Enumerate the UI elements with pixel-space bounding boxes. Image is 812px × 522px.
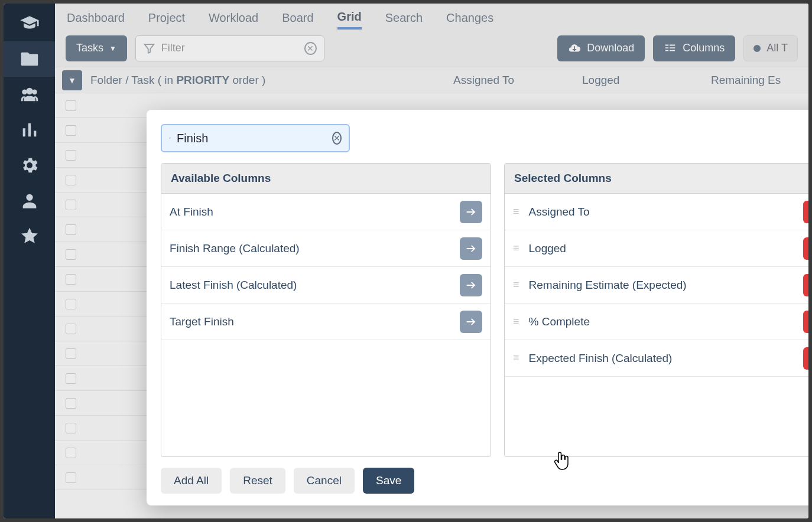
column-label: Target Finish <box>170 315 452 328</box>
drag-handle-icon[interactable]: ≡ <box>513 315 521 328</box>
tab-grid[interactable]: Grid <box>337 4 362 30</box>
add-column-button[interactable] <box>460 274 482 296</box>
col-logged[interactable]: Logged <box>574 74 703 87</box>
columns-button[interactable]: Columns <box>653 35 735 61</box>
column-label: Assigned To <box>529 205 795 218</box>
folder-icon <box>20 49 40 69</box>
arrow-left-icon <box>808 242 808 255</box>
drag-handle-icon[interactable]: ≡ <box>513 205 521 218</box>
column-search-input[interactable] <box>177 132 326 145</box>
app-frame: Dashboard Project Workload Board Grid Se… <box>4 4 808 518</box>
col-remaining[interactable]: Remaining Es <box>703 74 808 87</box>
row-checkbox[interactable] <box>66 125 76 136</box>
caret-down-icon: ▼ <box>109 44 116 53</box>
status-filter[interactable]: All T <box>743 35 798 61</box>
remove-column-button[interactable] <box>803 237 808 260</box>
sidebar-item-user[interactable] <box>4 183 55 218</box>
main-area: Dashboard Project Workload Board Grid Se… <box>55 4 808 518</box>
cloud-download-icon <box>568 42 581 55</box>
selected-item[interactable]: ≡ % Complete <box>505 304 808 340</box>
add-column-button[interactable] <box>460 201 482 223</box>
tab-board[interactable]: Board <box>282 5 313 28</box>
selected-item[interactable]: ≡ Assigned To <box>505 194 808 230</box>
grid-header: ▼ Folder / Task ( in PRIORITY order ) As… <box>55 67 808 93</box>
clear-filter-icon[interactable]: ✕ <box>304 42 317 55</box>
row-checkbox[interactable] <box>66 175 76 185</box>
filter-icon <box>169 132 171 145</box>
sidebar-item-chart[interactable] <box>4 112 55 148</box>
reset-button[interactable]: Reset <box>230 468 285 494</box>
column-search-wrapper[interactable]: ✕ <box>161 124 350 152</box>
arrow-right-icon <box>465 279 478 292</box>
tab-search[interactable]: Search <box>385 5 423 28</box>
tab-workload[interactable]: Workload <box>209 5 258 28</box>
tasks-label: Tasks <box>76 42 103 54</box>
tab-changes[interactable]: Changes <box>446 5 493 28</box>
tab-project[interactable]: Project <box>148 5 185 28</box>
status-dot-icon <box>753 45 761 52</box>
drag-handle-icon[interactable]: ≡ <box>513 352 521 364</box>
save-button[interactable]: Save <box>363 468 414 494</box>
column-label: Latest Finish (Calculated) <box>170 279 452 292</box>
left-sidebar <box>4 4 55 518</box>
arrow-left-icon <box>808 315 808 328</box>
available-item[interactable]: Target Finish <box>161 304 491 340</box>
row-checkbox[interactable] <box>66 472 76 483</box>
add-all-button[interactable]: Add All <box>161 468 222 494</box>
row-checkbox[interactable] <box>66 100 76 111</box>
row-checkbox[interactable] <box>66 224 76 235</box>
chart-icon <box>20 120 40 140</box>
row-checkbox[interactable] <box>66 324 76 334</box>
selected-item[interactable]: ≡ Expected Finish (Calculated) <box>505 340 808 377</box>
tab-dashboard[interactable]: Dashboard <box>67 5 125 28</box>
cancel-button[interactable]: Cancel <box>294 468 355 494</box>
clear-search-icon[interactable]: ✕ <box>332 132 342 145</box>
gear-icon <box>20 155 40 175</box>
drag-handle-icon[interactable]: ≡ <box>513 279 521 291</box>
selected-item[interactable]: ≡ Logged <box>505 230 808 267</box>
sidebar-item-education[interactable] <box>4 6 55 41</box>
selected-list: ≡ Assigned To ≡ Logged ≡ Remaining Estim… <box>505 194 808 456</box>
sidebar-item-star[interactable] <box>4 218 55 254</box>
tasks-dropdown[interactable]: Tasks ▼ <box>66 35 127 61</box>
arrow-left-icon <box>808 352 808 365</box>
available-item[interactable]: Latest Finish (Calculated) <box>161 267 491 304</box>
grid-menu-button[interactable]: ▼ <box>62 70 82 90</box>
col-assigned[interactable]: Assigned To <box>445 74 574 87</box>
filter-input[interactable] <box>161 42 298 54</box>
sidebar-item-people[interactable] <box>4 77 55 112</box>
add-column-button[interactable] <box>460 311 482 333</box>
row-checkbox[interactable] <box>66 348 76 359</box>
filter-input-wrapper[interactable]: ✕ <box>135 35 324 61</box>
download-label: Download <box>587 42 634 54</box>
status-label: All T <box>766 42 788 54</box>
remove-column-button[interactable] <box>803 311 808 333</box>
row-checkbox[interactable] <box>66 423 76 433</box>
add-column-button[interactable] <box>460 237 482 260</box>
row-checkbox[interactable] <box>66 249 76 260</box>
remove-column-button[interactable] <box>803 274 808 296</box>
selected-panel: Selected Columns ≡ Assigned To ≡ Logged … <box>504 163 808 457</box>
drag-handle-icon[interactable]: ≡ <box>513 242 521 255</box>
row-checkbox[interactable] <box>66 150 76 161</box>
available-list: At Finish Finish Range (Calculated) Late… <box>161 194 491 456</box>
sidebar-item-folder[interactable] <box>4 41 55 77</box>
download-button[interactable]: Download <box>557 35 645 61</box>
col-folder-task[interactable]: Folder / Task ( in PRIORITY order ) <box>82 74 445 87</box>
row-checkbox[interactable] <box>66 200 76 210</box>
available-panel: Available Columns At Finish Finish Range… <box>161 163 491 457</box>
available-header: Available Columns <box>161 164 491 194</box>
remove-column-button[interactable] <box>803 201 808 223</box>
available-item[interactable]: At Finish <box>161 194 491 230</box>
row-checkbox[interactable] <box>66 373 76 384</box>
sidebar-item-settings[interactable] <box>4 148 55 183</box>
row-checkbox[interactable] <box>66 448 76 458</box>
columns-area: Available Columns At Finish Finish Range… <box>161 163 808 457</box>
row-checkbox[interactable] <box>66 274 76 285</box>
selected-item[interactable]: ≡ Remaining Estimate (Expected) <box>505 267 808 304</box>
row-checkbox[interactable] <box>66 299 76 309</box>
available-item[interactable]: Finish Range (Calculated) <box>161 230 491 267</box>
remove-column-button[interactable] <box>803 347 808 370</box>
row-checkbox[interactable] <box>66 398 76 409</box>
star-icon <box>20 226 40 246</box>
